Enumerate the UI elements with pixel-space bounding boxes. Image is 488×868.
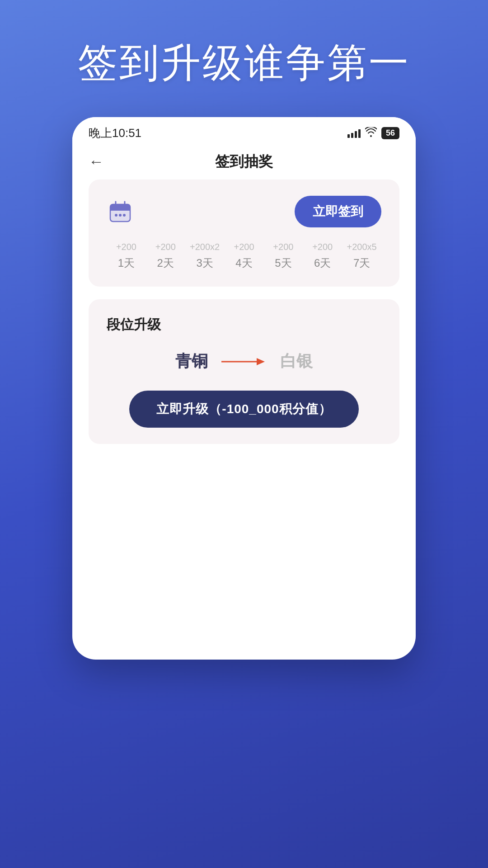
- days-row: +200 1天 +200 2天 +200x2 3天 +200 4天 +200: [107, 242, 381, 270]
- day-points-3: +200x2: [190, 242, 220, 252]
- day-item-7: +200x5 7天: [342, 242, 381, 270]
- day-item-2: +200 2天: [146, 242, 185, 270]
- day-points-7: +200x5: [347, 242, 377, 252]
- rank-upgrade-row: 青铜 白银: [107, 350, 381, 373]
- svg-marker-9: [257, 358, 265, 365]
- day-label-2: 2天: [157, 256, 174, 270]
- day-item-4: +200 4天: [225, 242, 264, 270]
- day-points-4: +200: [234, 242, 254, 252]
- day-label-5: 5天: [275, 256, 291, 270]
- phone-frame: 晚上10:51 56 ← 签到抽奖: [72, 117, 416, 660]
- status-time: 晚上10:51: [89, 125, 141, 141]
- content-area: 立即签到 +200 1天 +200 2天 +200x2 3天 +200: [72, 179, 416, 462]
- day-item-1: +200 1天: [107, 242, 146, 270]
- signin-card: 立即签到 +200 1天 +200 2天 +200x2 3天 +200: [89, 179, 399, 287]
- day-item-5: +200 5天: [263, 242, 303, 270]
- status-bar: 晚上10:51 56: [72, 117, 416, 146]
- rank-card-title: 段位升级: [107, 316, 381, 334]
- day-item-3: +200x2 3天: [185, 242, 225, 270]
- svg-point-5: [115, 214, 117, 217]
- day-label-7: 7天: [353, 256, 370, 270]
- rank-arrow-icon: [221, 355, 267, 368]
- rank-from: 青铜: [175, 350, 208, 373]
- upgrade-button[interactable]: 立即升级（-100_000积分值）: [129, 391, 358, 428]
- rank-to: 白银: [280, 350, 313, 373]
- signin-button[interactable]: 立即签到: [295, 196, 381, 227]
- svg-point-7: [123, 214, 126, 217]
- day-points-1: +200: [116, 242, 136, 252]
- calendar-icon: [107, 198, 134, 225]
- status-icons: 56: [347, 127, 399, 140]
- svg-point-6: [119, 214, 122, 217]
- svg-rect-2: [110, 208, 130, 211]
- day-points-2: +200: [155, 242, 176, 252]
- rank-upgrade-card: 段位升级 青铜 白银 立即升级（-100_000积分值）: [89, 299, 399, 444]
- day-points-6: +200: [312, 242, 333, 252]
- day-points-5: +200: [273, 242, 293, 252]
- back-button[interactable]: ←: [89, 153, 104, 170]
- signal-icon: [347, 129, 361, 138]
- day-label-1: 1天: [118, 256, 135, 270]
- signin-card-header: 立即签到: [107, 196, 381, 227]
- page-title: 签到抽奖: [215, 152, 273, 172]
- wifi-icon: [365, 127, 377, 140]
- day-item-6: +200 6天: [303, 242, 342, 270]
- day-label-3: 3天: [196, 256, 213, 270]
- day-label-6: 6天: [314, 256, 331, 270]
- day-label-4: 4天: [235, 256, 252, 270]
- battery-indicator: 56: [381, 127, 399, 139]
- nav-bar: ← 签到抽奖: [72, 146, 416, 179]
- page-headline: 签到升级谁争第一: [78, 36, 410, 90]
